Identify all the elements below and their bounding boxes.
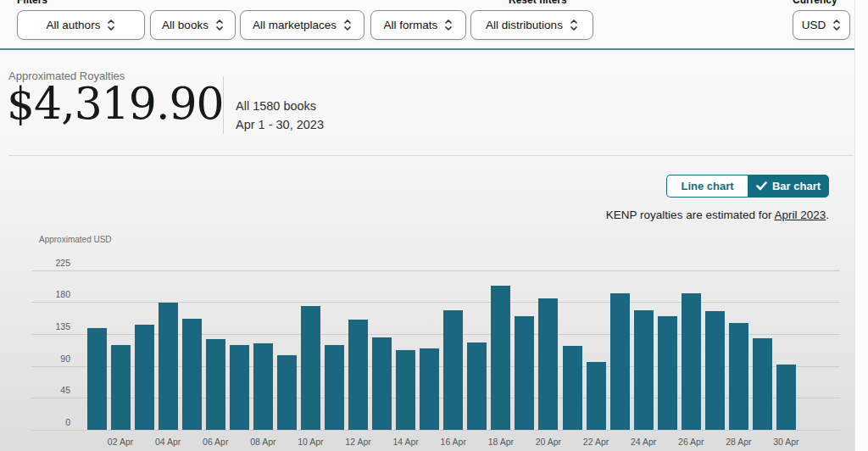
marketplaces-dropdown[interactable]: All marketplaces (240, 10, 364, 40)
x-tick-label: 14 Apr (383, 437, 429, 447)
x-tick-label: 24 Apr (620, 437, 666, 447)
x-tick-label: 28 Apr (715, 437, 761, 447)
filter-section-divider (0, 48, 854, 50)
bar-15 Apr[interactable] (420, 348, 439, 430)
bar-30 Apr[interactable] (776, 365, 796, 430)
x-tick-label: 20 Apr (526, 437, 571, 447)
royalties-amount: $4,319.90 (7, 78, 224, 129)
bar-28 Apr[interactable] (729, 323, 748, 430)
bar-24 Apr[interactable] (634, 310, 654, 430)
unfold-icon (215, 19, 224, 31)
bar-05 Apr[interactable] (182, 319, 202, 430)
unfold-icon (570, 19, 578, 31)
line-chart-button-label: Line chart (681, 180, 733, 192)
y-tick-label: 225 (28, 258, 70, 268)
bar-13 Apr[interactable] (372, 337, 392, 430)
bar-09 Apr[interactable] (277, 355, 297, 430)
chart-type-toggle: Line chart Bar chart (666, 175, 829, 198)
chart-y-axis-title: Approximated USD (39, 235, 112, 244)
currency-dropdown[interactable]: USD (793, 10, 850, 40)
bar-chart-button[interactable]: Bar chart (748, 175, 829, 198)
x-tick-label: 08 Apr (240, 437, 286, 447)
gridline-180 (31, 302, 840, 303)
books-dropdown[interactable]: All books (150, 10, 236, 40)
x-tick-label: 16 Apr (431, 437, 476, 447)
x-tick-label: 12 Apr (336, 437, 381, 447)
unfold-icon (343, 19, 352, 31)
filters-label: Filters (17, 0, 47, 6)
gridline-225 (31, 270, 840, 271)
kenp-month-link[interactable]: April 2023 (774, 209, 826, 221)
distributions-dropdown[interactable]: All distributions (470, 10, 593, 40)
y-tick-label: 90 (28, 354, 70, 364)
summary-divider (223, 76, 224, 134)
currency-label: Currency (793, 0, 837, 6)
check-icon (756, 181, 767, 191)
y-tick-label: 135 (28, 321, 70, 331)
x-tick-label: 22 Apr (573, 437, 619, 447)
section-divider (8, 155, 854, 156)
distributions-dropdown-value: All distributions (486, 19, 563, 31)
bar-chart-button-label: Bar chart (772, 180, 821, 192)
bar-07 Apr[interactable] (230, 345, 249, 430)
marketplaces-dropdown-value: All marketplaces (253, 19, 337, 31)
books-scope: All 1580 books (236, 99, 316, 113)
bar-26 Apr[interactable] (682, 293, 701, 430)
bar-25 Apr[interactable] (658, 316, 677, 430)
authors-dropdown-value: All authors (47, 19, 101, 31)
bar-08 Apr[interactable] (253, 343, 273, 430)
kenp-note-period: . (826, 209, 829, 221)
bar-27 Apr[interactable] (705, 311, 725, 430)
unfold-icon (444, 19, 453, 31)
x-tick-label: 18 Apr (478, 437, 524, 447)
gridline-0 (31, 430, 840, 431)
bar-14 Apr[interactable] (396, 350, 415, 430)
x-tick-label: 30 Apr (763, 437, 809, 447)
y-tick-label: 180 (28, 289, 70, 299)
bar-06 Apr[interactable] (206, 339, 225, 430)
formats-dropdown-value: All formats (384, 19, 438, 31)
filter-bar: Filters Reset filters Currency All autho… (0, 0, 854, 48)
scrollbar-track[interactable] (854, 0, 868, 451)
kenp-note: KENP royalties are estimated for April 2… (606, 209, 829, 221)
y-tick-label: 0 (28, 417, 70, 427)
authors-dropdown[interactable]: All authors (17, 10, 145, 40)
bar-19 Apr[interactable] (515, 316, 534, 430)
currency-dropdown-value: USD (802, 19, 826, 31)
unfold-icon (107, 19, 115, 31)
books-dropdown-value: All books (162, 19, 209, 31)
line-chart-button[interactable]: Line chart (666, 175, 748, 198)
formats-dropdown[interactable]: All formats (370, 10, 466, 40)
bar-29 Apr[interactable] (753, 338, 772, 430)
bar-01 Apr[interactable] (87, 328, 107, 430)
bar-04 Apr[interactable] (159, 303, 178, 430)
kdp-royalties-dashboard: Filters Reset filters Currency All autho… (0, 0, 868, 451)
bar-03 Apr[interactable] (135, 325, 154, 430)
x-tick-label: 26 Apr (668, 437, 714, 447)
bar-chart: 0459013518022502 Apr04 Apr06 Apr08 Apr10… (0, 0, 868, 451)
unfold-icon (832, 19, 841, 31)
bar-20 Apr[interactable] (538, 298, 558, 430)
bar-17 Apr[interactable] (467, 342, 487, 430)
bar-12 Apr[interactable] (348, 320, 368, 430)
bar-22 Apr[interactable] (587, 362, 606, 430)
date-range: Apr 1 - 30, 2023 (236, 118, 324, 131)
bar-18 Apr[interactable] (491, 286, 510, 430)
bar-02 Apr[interactable] (111, 345, 131, 430)
reset-filters-link[interactable]: Reset filters (509, 0, 567, 6)
x-tick-label: 10 Apr (287, 437, 333, 447)
x-tick-label: 04 Apr (145, 437, 191, 447)
kenp-note-text: KENP royalties are estimated for (606, 209, 775, 221)
x-tick-label: 02 Apr (97, 437, 143, 447)
bar-10 Apr[interactable] (301, 306, 320, 430)
bar-23 Apr[interactable] (610, 293, 630, 430)
bar-21 Apr[interactable] (563, 346, 582, 430)
bar-11 Apr[interactable] (325, 345, 344, 430)
bar-16 Apr[interactable] (443, 310, 463, 430)
y-tick-label: 45 (28, 385, 70, 395)
x-tick-label: 06 Apr (192, 437, 238, 447)
